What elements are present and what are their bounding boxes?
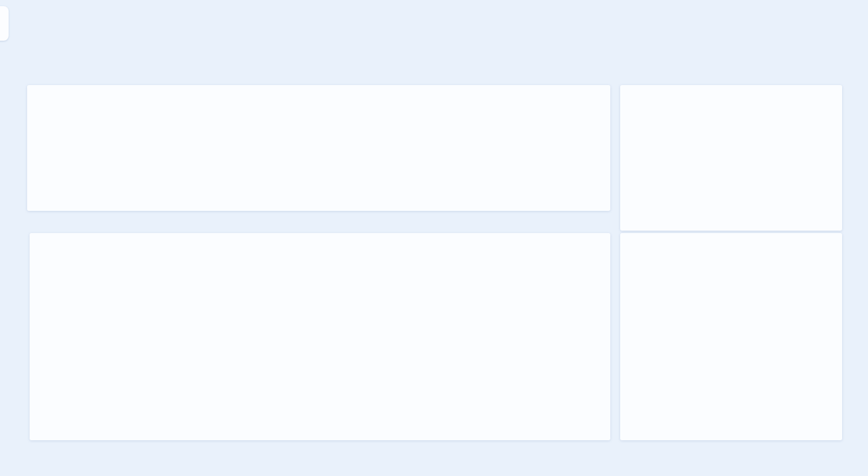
partial-card-left-edge bbox=[0, 6, 9, 41]
revenue-by-channel-panel bbox=[620, 233, 842, 440]
revenue-by-category-panel bbox=[620, 85, 842, 231]
channel-bar-chart bbox=[620, 233, 842, 440]
line-chart[interactable] bbox=[30, 258, 610, 440]
page-title bbox=[38, 22, 44, 43]
kpi-strip-panel bbox=[27, 85, 610, 211]
revenue-by-month-panel bbox=[30, 233, 610, 440]
